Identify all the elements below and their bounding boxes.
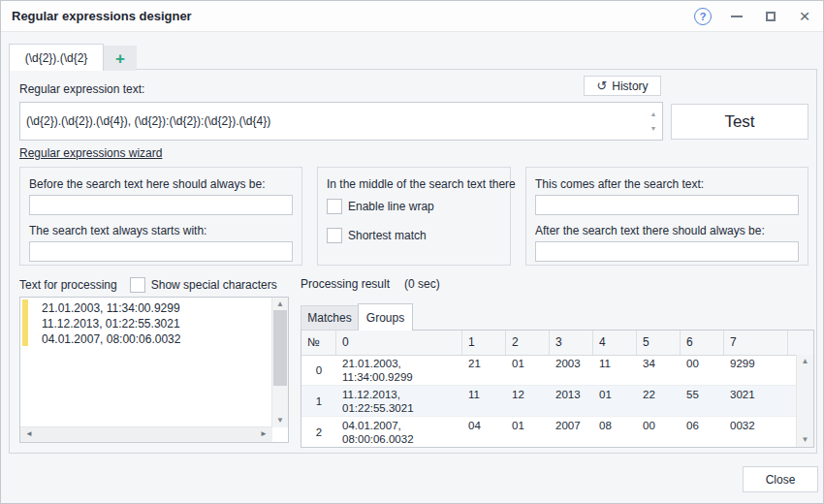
enable-line-wrap-checkbox[interactable] <box>327 199 342 214</box>
spinner-down-icon[interactable]: ▼ <box>650 125 657 132</box>
middle-title: In the middle of the search text there <box>327 177 516 191</box>
table-vertical-scrollbar[interactable]: ▲ ▼ <box>796 355 813 447</box>
close-icon: × <box>799 10 809 23</box>
enable-line-wrap-label: Enable line wrap <box>348 200 434 213</box>
table-cell: 2003 <box>550 355 593 385</box>
table-cell: 06 <box>681 417 724 447</box>
scrollbar-thumb[interactable] <box>273 310 287 386</box>
scroll-up-icon[interactable]: ▲ <box>272 300 288 308</box>
window-title: Regular expressions designer <box>12 9 192 23</box>
tab-regex-pattern[interactable]: (\d{2}).(\d{2} <box>9 44 104 71</box>
enable-line-wrap-row[interactable]: Enable line wrap <box>327 199 434 214</box>
starts-with-input[interactable] <box>29 241 293 262</box>
maximize-button[interactable] <box>762 8 779 25</box>
history-button[interactable]: ↺ History <box>584 76 661 96</box>
regex-designer-window: Regular expressions designer ? × (\d{2})… <box>0 0 824 504</box>
table-cell: 04.01.2007, 08:00:06.0032 <box>336 417 462 447</box>
comes-after-input[interactable] <box>535 195 799 215</box>
scroll-right-icon[interactable]: ► <box>260 430 268 438</box>
comes-after-label: This comes after the search text: <box>535 177 704 191</box>
scroll-down-icon[interactable]: ▼ <box>272 417 288 425</box>
table-cell: 04 <box>462 417 506 447</box>
minimize-button[interactable] <box>728 8 745 25</box>
table-cell: 2 <box>301 417 336 447</box>
document-tab-bar: (\d{2}).(\d{2} + <box>9 44 137 71</box>
table-cell: 55 <box>681 386 724 416</box>
table-cell: 01 <box>506 417 550 447</box>
table-cell: 11 <box>462 386 506 416</box>
table-header-cell: 2 <box>506 331 550 355</box>
groupbox-before-search: Before the search text here should alway… <box>19 167 302 266</box>
processing-text-lines: 21.01.2003, 11:34:00.929911.12.2013, 01:… <box>42 300 180 347</box>
shortest-match-checkbox[interactable] <box>327 228 342 243</box>
table-cell: 00 <box>637 417 681 447</box>
after-always-label: After the search text there should alway… <box>535 224 765 237</box>
change-marker-bar <box>22 299 28 346</box>
plus-icon: + <box>115 50 125 67</box>
tab-groups[interactable]: Groups <box>358 303 413 331</box>
text-for-processing-label: Text for processing <box>19 278 117 292</box>
show-special-characters-checkbox[interactable] <box>130 277 145 293</box>
table-cell: 11 <box>593 355 637 385</box>
test-button[interactable]: Test <box>671 104 808 140</box>
table-cell: 12 <box>506 386 550 416</box>
help-icon: ? <box>694 8 712 25</box>
text-for-processing-area[interactable]: 21.01.2003, 11:34:00.929911.12.2013, 01:… <box>19 297 289 443</box>
table-cell: 3021 <box>724 386 788 416</box>
table-cell: 22 <box>637 386 681 416</box>
titlebar: Regular expressions designer ? × <box>1 1 823 32</box>
table-header-cell: 1 <box>462 331 506 355</box>
scroll-up-icon[interactable]: ▲ <box>797 358 813 365</box>
regex-input[interactable] <box>20 103 645 140</box>
history-icon: ↺ <box>596 79 607 92</box>
tab-matches[interactable]: Matches <box>301 305 359 331</box>
after-always-input[interactable] <box>535 241 799 262</box>
result-tab-bar: Matches Groups <box>301 303 413 331</box>
table-cell: 08 <box>593 417 637 447</box>
help-button[interactable]: ? <box>694 8 712 25</box>
scroll-left-icon[interactable]: ◄ <box>25 430 33 438</box>
table-cell: 9299 <box>724 355 788 385</box>
maximize-icon <box>766 12 776 21</box>
before-always-label: Before the search text here should alway… <box>29 177 265 191</box>
history-button-label: History <box>612 79 648 93</box>
table-cell: 21.01.2003, 11:34:00.9299 <box>336 355 462 385</box>
shortest-match-label: Shortest match <box>348 229 427 242</box>
processing-result-label: Processing result <box>301 277 390 291</box>
groupbox-middle-search: In the middle of the search text there E… <box>317 167 511 266</box>
table-body: 021.01.2003, 11:34:00.929921012003113400… <box>301 355 797 447</box>
processing-result-time: (0 sec) <box>404 277 440 291</box>
minimize-icon <box>731 16 743 17</box>
table-header-cell: 3 <box>550 331 593 355</box>
close-button[interactable]: Close <box>743 466 818 492</box>
textarea-vertical-scrollbar[interactable]: ▲ ▼ <box>271 298 288 427</box>
table-cell: 0032 <box>724 417 788 447</box>
table-cell: 2007 <box>550 417 593 447</box>
groupbox-after-search: This comes after the search text: After … <box>525 167 808 266</box>
before-always-input[interactable] <box>29 195 293 215</box>
table-cell: 34 <box>637 355 681 385</box>
table-row[interactable]: 111.12.2013, 01:22:55.302111122013012255… <box>301 386 797 417</box>
close-window-button[interactable]: × <box>796 8 813 25</box>
table-header-cell: 5 <box>637 331 681 355</box>
table-cell: 2013 <box>550 386 593 416</box>
table-row[interactable]: 021.01.2003, 11:34:00.929921012003113400… <box>301 355 797 386</box>
scroll-down-icon[interactable]: ▼ <box>797 436 813 444</box>
shortest-match-row[interactable]: Shortest match <box>327 228 427 243</box>
table-cell: 01 <box>506 355 550 385</box>
table-header-cell: 6 <box>681 331 724 355</box>
regex-input-spinner: ▲ ▼ <box>645 103 662 140</box>
text-line: 11.12.2013, 01:22:55.3021 <box>42 316 180 331</box>
table-row[interactable]: 204.01.2007, 08:00:06.003204012007080006… <box>301 417 797 447</box>
regex-wizard-link[interactable]: Regular expressions wizard <box>19 146 162 160</box>
text-processing-header: Text for processing Show special charact… <box>19 277 277 293</box>
table-header-row: №01234567 <box>301 331 813 356</box>
add-tab-button[interactable]: + <box>104 46 137 71</box>
table-cell: 1 <box>301 386 336 416</box>
table-header-cell: 7 <box>724 331 788 355</box>
textarea-horizontal-scrollbar[interactable]: ◄ ► <box>20 426 272 442</box>
table-header-cell: 4 <box>593 331 637 355</box>
spinner-up-icon[interactable]: ▲ <box>650 110 657 117</box>
table-cell: 01 <box>593 386 637 416</box>
table-cell: 11.12.2013, 01:22:55.3021 <box>336 386 462 416</box>
